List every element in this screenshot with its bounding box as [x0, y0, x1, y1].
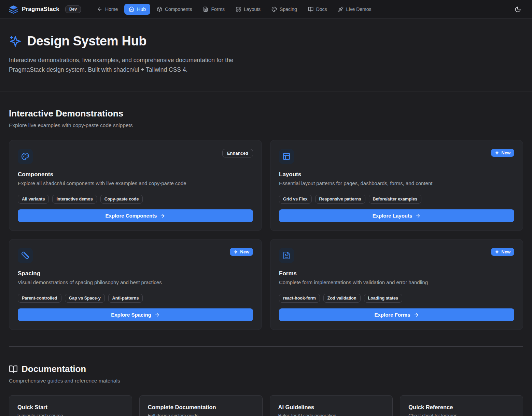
brand-name: PragmaStack: [22, 6, 59, 13]
hero-section: Design System Hub Interactive demonstrat…: [0, 19, 532, 92]
tag: Before/after examples: [369, 195, 422, 204]
card-description: Essential layout patterns for pages, das…: [279, 180, 514, 186]
demo-card-grid: Enhanced Components Explore all shadcn/u…: [9, 140, 523, 330]
card-title: Spacing: [18, 270, 253, 277]
card-description: Complete form implementations with valid…: [279, 279, 514, 285]
badge-label: New: [501, 249, 510, 254]
ruler-icon: [21, 251, 29, 260]
arrow-right-icon: [414, 312, 419, 318]
tag: All variants: [18, 195, 49, 204]
explore-layouts-button[interactable]: Explore Layouts: [279, 209, 514, 222]
card-title: Components: [18, 171, 253, 178]
arrow-right-icon: [154, 312, 160, 318]
file-text-icon: [282, 251, 291, 260]
nav-item-label: Hub: [137, 6, 146, 12]
arrow-right-icon: [415, 213, 421, 219]
nav-item-label: Components: [165, 6, 192, 12]
nav-item-label: Forms: [211, 6, 225, 12]
docs-subheading: Comprehensive guides and reference mater…: [9, 378, 523, 384]
page-title: Design System Hub: [27, 34, 146, 48]
file-text-icon: [203, 6, 208, 12]
brand[interactable]: PragmaStack Dev: [9, 5, 81, 14]
layout-panel-icon: [282, 152, 291, 161]
doc-card-grid: Quick Start 5-minute crash course Comple…: [9, 395, 523, 416]
sparkles-icon: [234, 250, 238, 254]
main-content: Interactive Demonstrations Explore live …: [0, 92, 532, 416]
doc-card-title: Quick Reference: [408, 404, 515, 411]
nav-item-label: Layouts: [244, 6, 261, 12]
explore-components-button[interactable]: Explore Components: [18, 209, 253, 222]
layouts-card-icon-tile: [279, 149, 294, 164]
button-label: Explore Spacing: [111, 312, 151, 318]
tag: react-hook-form: [279, 294, 320, 303]
doc-card-description: Full design system guide: [148, 413, 254, 416]
package-icon: [157, 6, 162, 12]
doc-card-ai-guidelines[interactable]: AI Guidelines Rules for AI code generati…: [270, 395, 393, 416]
tag: Responsive patterns: [315, 195, 365, 204]
tag: Gap vs Space-y: [65, 294, 105, 303]
card-title: Layouts: [279, 171, 514, 178]
new-badge: New: [491, 149, 514, 157]
demos-subheading: Explore live examples with copy-paste co…: [9, 122, 523, 128]
button-label: Explore Layouts: [373, 213, 412, 219]
explore-forms-button[interactable]: Explore Forms: [279, 308, 514, 321]
nav-item-label: Docs: [316, 6, 327, 12]
nav-item-forms[interactable]: Forms: [198, 4, 229, 15]
nav-item-components[interactable]: Components: [152, 4, 196, 15]
card-description: Explore all shadcn/ui components with li…: [18, 180, 253, 186]
doc-card-complete-documentation[interactable]: Complete Documentation Full design syste…: [139, 395, 263, 416]
badge-label: New: [501, 150, 510, 155]
nav-item-label: Spacing: [280, 6, 297, 12]
tag-row: Grid vs Flex Responsive patterns Before/…: [279, 195, 514, 204]
enhanced-badge: Enhanced: [222, 149, 253, 157]
nav-item-layouts[interactable]: Layouts: [231, 4, 265, 15]
nav-item-label: Live Demos: [346, 6, 372, 12]
doc-card-description: Rules for AI code generation: [278, 413, 384, 416]
spacing-card-icon-tile: [18, 248, 33, 263]
arrow-left-icon: [97, 6, 102, 12]
dev-badge: Dev: [65, 5, 81, 13]
forms-card-icon-tile: [279, 248, 294, 263]
nav-item-docs[interactable]: Docs: [304, 4, 332, 15]
moon-icon: [515, 6, 521, 13]
doc-card-description: 5-minute crash course: [17, 413, 124, 416]
demos-heading: Interactive Demonstrations: [9, 108, 523, 119]
doc-card-title: Complete Documentation: [148, 404, 254, 411]
sparkles-icon: [495, 151, 499, 155]
demo-card-spacing: New Spacing Visual demonstrations of spa…: [9, 239, 262, 330]
nav-item-label: Home: [105, 6, 118, 12]
tag: Zod validation: [323, 294, 361, 303]
doc-card-title: AI Guidelines: [278, 404, 384, 411]
badge-label: New: [240, 249, 249, 254]
new-badge: New: [230, 248, 253, 256]
palette-icon: [271, 6, 277, 12]
card-description: Visual demonstrations of spacing philoso…: [18, 279, 253, 285]
demo-card-layouts: New Layouts Essential layout patterns fo…: [270, 140, 523, 231]
doc-card-quick-reference[interactable]: Quick Reference Cheat sheet for lookups: [400, 395, 523, 416]
top-navbar: PragmaStack Dev Home Hub Components Form…: [0, 0, 532, 19]
new-badge: New: [491, 248, 514, 256]
layout-grid-icon: [236, 6, 241, 12]
nav-item-live-demos[interactable]: Live Demos: [334, 4, 376, 15]
explore-spacing-button[interactable]: Explore Spacing: [18, 308, 253, 321]
nav-item-hub[interactable]: Hub: [124, 4, 150, 15]
book-open-icon: [308, 6, 313, 12]
nav-item-home[interactable]: Home: [93, 4, 122, 15]
house-icon: [129, 6, 134, 12]
components-card-icon-tile: [18, 149, 33, 164]
demos-section-head: Interactive Demonstrations Explore live …: [9, 92, 523, 128]
doc-card-quick-start[interactable]: Quick Start 5-minute crash course: [9, 395, 132, 416]
book-open-icon: [9, 365, 18, 374]
docs-section-head: Documentation Comprehensive guides and r…: [9, 347, 523, 384]
page-subtitle: Interactive demonstrations, live example…: [9, 55, 264, 74]
theme-toggle-button[interactable]: [513, 4, 523, 15]
sparkles-icon: [9, 35, 22, 48]
doc-card-title: Quick Start: [17, 404, 124, 411]
tag: Loading states: [364, 294, 402, 303]
button-label: Explore Components: [106, 213, 157, 219]
docs-heading: Documentation: [22, 364, 86, 374]
button-label: Explore Forms: [374, 312, 410, 318]
tag: Grid vs Flex: [279, 195, 312, 204]
tag: Anti-patterns: [108, 294, 143, 303]
nav-item-spacing[interactable]: Spacing: [267, 4, 302, 15]
